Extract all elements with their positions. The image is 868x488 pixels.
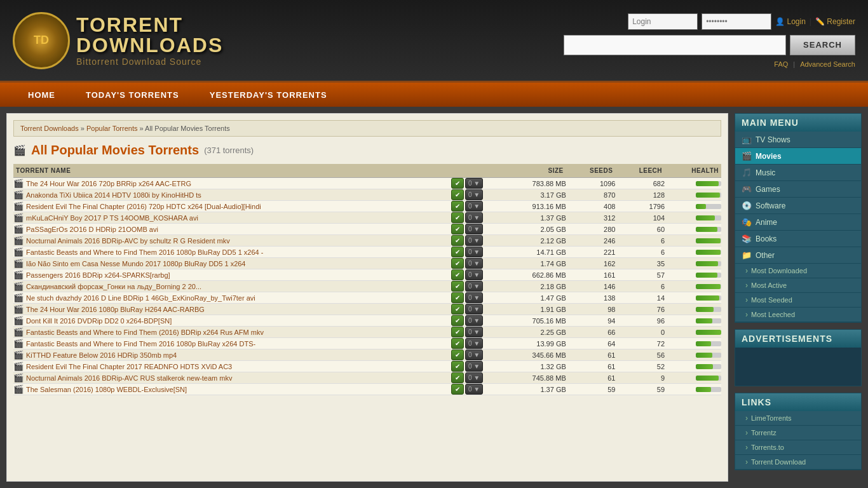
torrent-name-link[interactable]: The 24 Hour War 2016 1080p BluRay H264 A… — [26, 306, 205, 313]
download-button[interactable]: ✔ — [451, 258, 464, 269]
torrent-size: 745.88 MB — [507, 372, 566, 384]
link-label: LimeTorrents — [751, 414, 792, 422]
torrent-seeds: 61 — [566, 372, 616, 384]
torrent-name-link[interactable]: Anakonda TiXi Ubiica 2014 HDTV 1080i by … — [26, 191, 201, 199]
torrent-name-link[interactable]: Nocturnal Animals 2016 BDRip-AVC RUS sta… — [26, 374, 232, 382]
sidebar-item-anime[interactable]: 🎭Anime — [735, 214, 861, 231]
torrent-name-link[interactable]: The Salesman (2016) 1080p WEBDL-Exclusiv… — [26, 386, 187, 393]
sidebar-item-music[interactable]: 🎵Music — [735, 165, 861, 181]
link-limetorrents[interactable]: LimeTorrents — [735, 411, 861, 426]
zero-button[interactable]: 0 ▼ — [465, 349, 483, 360]
zero-button[interactable]: 0 ▼ — [465, 235, 483, 246]
download-button[interactable]: ✔ — [451, 292, 464, 303]
login-button[interactable]: Login — [775, 17, 806, 26]
download-button[interactable]: ✔ — [451, 178, 464, 189]
torrent-name-link[interactable]: Dont Kill It 2016 DVDRip DD2 0 x264-BDP[… — [26, 317, 172, 325]
download-button[interactable]: ✔ — [451, 235, 464, 246]
link-label: Torrent Download — [751, 458, 806, 466]
download-button[interactable]: ✔ — [451, 212, 464, 223]
sidebar-sub-item-most-active[interactable]: Most Active — [735, 278, 861, 293]
link-torrents.to[interactable]: Torrents.to — [735, 440, 861, 455]
zero-button[interactable]: 0 ▼ — [465, 315, 483, 326]
download-button[interactable]: ✔ — [451, 384, 464, 395]
download-button[interactable]: ✔ — [451, 315, 464, 326]
zero-button[interactable]: 0 ▼ — [465, 304, 483, 315]
faq-link[interactable]: FAQ — [774, 60, 788, 68]
sidebar-item-movies[interactable]: 🎬Movies — [735, 148, 861, 165]
zero-button[interactable]: 0 ▼ — [465, 212, 483, 223]
torrent-name-link[interactable]: Fantastic Beasts and Where to Find Them … — [26, 329, 264, 336]
sidebar-sub-item-most-leeched[interactable]: Most Leeched — [735, 308, 861, 322]
nav-item-today-s-torrents[interactable]: TODAY'S TORRENTS — [71, 83, 194, 107]
torrent-name-link[interactable]: Fantastic Beasts and Where to Find Them … — [26, 340, 255, 348]
download-button[interactable]: ✔ — [451, 361, 464, 372]
zero-button[interactable]: 0 ▼ — [465, 247, 483, 257]
breadcrumb-popular[interactable]: Popular Torrents — [86, 125, 138, 132]
download-button[interactable]: ✔ — [451, 224, 464, 234]
zero-button[interactable]: 0 ▼ — [465, 281, 483, 292]
sidebar-item-games[interactable]: 🎮Games — [735, 181, 861, 198]
torrent-name-link[interactable]: Resident Evil The Final Chapter 2017 REA… — [26, 363, 232, 370]
download-button[interactable]: ✔ — [451, 338, 464, 349]
search-input[interactable] — [564, 35, 786, 55]
search-button[interactable]: SEARCH — [790, 35, 855, 55]
download-button[interactable]: ✔ — [451, 281, 464, 292]
link-torrentz[interactable]: Torrentz — [735, 426, 861, 440]
zero-button[interactable]: 0 ▼ — [465, 361, 483, 372]
torrent-seeds: 66 — [566, 327, 616, 338]
torrent-name-link[interactable]: The 24 Hour War 2016 720p BRRip x264 AAC… — [26, 180, 191, 187]
movie-icon: 🎬 — [13, 362, 26, 371]
sidebar-sub-item-most-seeded[interactable]: Most Seeded — [735, 293, 861, 308]
zero-button[interactable]: 0 ▼ — [465, 327, 483, 337]
torrent-name-link[interactable]: Ião Não Sinto em Casa Nesse Mundo 2017 1… — [26, 260, 246, 268]
sidebar-sub-item-most-downloaded[interactable]: Most Downloaded — [735, 264, 861, 278]
zero-button[interactable]: 0 ▼ — [465, 201, 483, 212]
download-button[interactable]: ✔ — [451, 372, 464, 383]
table-row: 🎬The Salesman (2016) 1080p WEBDL-Exclusi… — [13, 384, 721, 395]
torrent-name-link[interactable]: Nocturnal Animals 2016 BDRip-AVC by schu… — [26, 237, 230, 245]
torrent-size: 1.37 GB — [507, 212, 566, 224]
torrent-name-link[interactable]: KiTTHD Feature Below 2016 HDRip 350mb mp… — [26, 351, 177, 359]
zero-button[interactable]: 0 ▼ — [465, 384, 483, 395]
torrent-name-link[interactable]: Resident Evil The Final Chapter (2016) 7… — [26, 203, 261, 210]
zero-button[interactable]: 0 ▼ — [465, 224, 483, 234]
site-subtitle: Bittorrent Download Source — [76, 57, 223, 67]
download-button[interactable]: ✔ — [451, 269, 464, 280]
register-button[interactable]: Register — [815, 17, 855, 26]
advanced-search-link[interactable]: Advanced Search — [800, 60, 855, 68]
nav-item-yesterday-s-torrents[interactable]: YESTERDAY'S TORRENTS — [194, 83, 342, 107]
download-button[interactable]: ✔ — [451, 349, 464, 360]
nav-item-home[interactable]: HOME — [13, 83, 71, 107]
password-input[interactable] — [702, 13, 771, 30]
download-button[interactable]: ✔ — [451, 201, 464, 212]
zero-button[interactable]: 0 ▼ — [465, 338, 483, 349]
torrent-name-link[interactable]: Fantastic Beasts and Where to Find Them … — [26, 248, 263, 256]
movie-icon: 🎬 — [13, 304, 26, 314]
link-torrent-download[interactable]: Torrent Download — [735, 455, 861, 470]
torrent-name-link[interactable]: mKuLaCHniY Boy 2O17 P TS 14OOMB_KOSHARA … — [26, 214, 198, 222]
zero-button[interactable]: 0 ▼ — [465, 372, 483, 383]
torrent-name-link[interactable]: PaSSagErOs 2O16 D HDRip 21OOMB avi — [26, 226, 158, 233]
torrent-name-link[interactable]: Скандинавский форсаж_Гонки на льду_Borni… — [26, 283, 201, 290]
sidebar-item-software[interactable]: 💿Software — [735, 198, 861, 214]
sidebar-sub-label: Most Active — [751, 281, 787, 289]
torrent-name-link[interactable]: Passengers 2016 BDRip x264-SPARKS[rarbg] — [26, 271, 170, 279]
sidebar-item-books[interactable]: 📚Books — [735, 231, 861, 247]
sidebar-menu-items: 📺TV Shows🎬Movies🎵Music🎮Games💿Software🎭An… — [735, 132, 861, 264]
download-button[interactable]: ✔ — [451, 247, 464, 257]
download-button[interactable]: ✔ — [451, 327, 464, 337]
zero-button[interactable]: 0 ▼ — [465, 258, 483, 269]
torrent-name-link[interactable]: Ne stuch dvazhdy 2016 D Line BDRip 1 46G… — [26, 294, 255, 302]
zero-button[interactable]: 0 ▼ — [465, 178, 483, 189]
breadcrumb-home[interactable]: Torrent Downloads — [20, 125, 79, 132]
sidebar-item-tv shows[interactable]: 📺TV Shows — [735, 132, 861, 148]
zero-button[interactable]: 0 ▼ — [465, 269, 483, 280]
download-button[interactable]: ✔ — [451, 189, 464, 200]
movie-icon: 🎬 — [13, 236, 26, 245]
zero-button[interactable]: 0 ▼ — [465, 292, 483, 303]
login-input[interactable] — [628, 13, 698, 30]
zero-button[interactable]: 0 ▼ — [465, 189, 483, 200]
sidebar-item-other[interactable]: 📁Other — [735, 247, 861, 264]
download-button[interactable]: ✔ — [451, 304, 464, 315]
torrent-leech: 56 — [615, 349, 665, 361]
